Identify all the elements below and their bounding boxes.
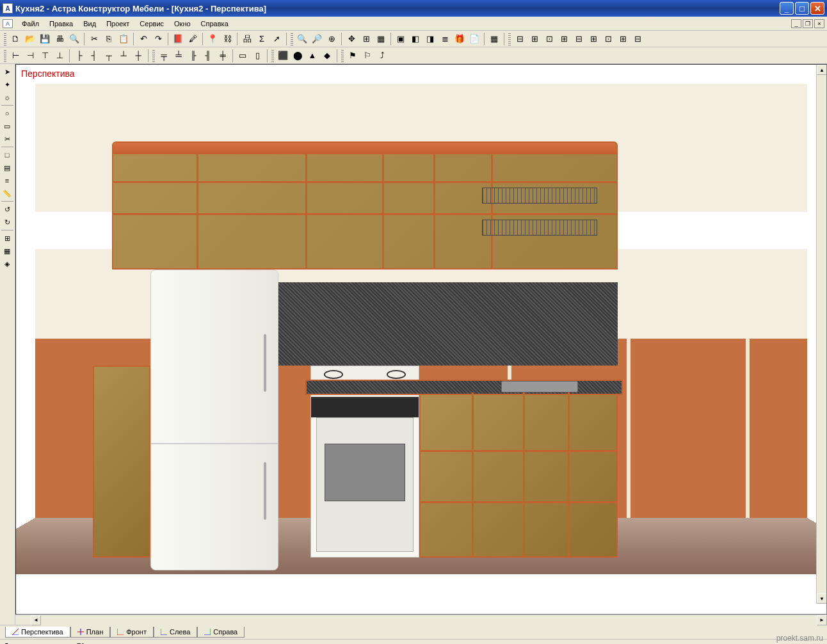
circle-tool-button[interactable]: ○: [0, 107, 14, 120]
horizontal-scrollbar[interactable]: ◄ ►: [15, 615, 827, 625]
link-button[interactable]: ⛓: [220, 32, 234, 46]
toolbar-handle[interactable]: [508, 33, 511, 45]
layout-2-button[interactable]: ⊞: [527, 32, 542, 46]
layout-1-button[interactable]: ⊟: [513, 32, 527, 46]
tab-left[interactable]: Слева: [154, 627, 197, 638]
print-preview-button[interactable]: 🔍: [67, 32, 81, 46]
menu-view[interactable]: Вид: [78, 19, 101, 29]
tool-t6-button[interactable]: ┤: [87, 49, 101, 63]
align-a2-button[interactable]: ╧: [172, 49, 186, 63]
toolbar-handle[interactable]: [152, 49, 155, 62]
cut-button[interactable]: ✂: [87, 32, 101, 46]
menu-edit[interactable]: Правка: [44, 19, 78, 29]
wand-tool-button[interactable]: ✦: [0, 78, 14, 91]
solid-cylinder-button[interactable]: ⬤: [291, 49, 305, 63]
mdi-minimize-button[interactable]: _: [791, 19, 801, 28]
grid-snap-button[interactable]: ⊞: [0, 232, 14, 245]
cube1-button[interactable]: ▣: [394, 32, 408, 46]
layout-5-button[interactable]: ⊟: [572, 32, 586, 46]
center-button[interactable]: ⊞: [359, 32, 373, 46]
tab-plan[interactable]: План: [70, 627, 111, 638]
copy-button[interactable]: ⎘: [102, 32, 116, 46]
export-button[interactable]: ➚: [269, 32, 284, 46]
tool-t5-button[interactable]: ├: [72, 49, 86, 63]
materials-button[interactable]: 🎁: [453, 32, 467, 46]
tool-t1-button[interactable]: ⊢: [8, 49, 22, 63]
zoom-in-button[interactable]: 🔍: [295, 32, 309, 46]
zoom-out-button[interactable]: 🔎: [310, 32, 324, 46]
arrow-d3-button[interactable]: ⤴: [375, 49, 389, 63]
extents-button[interactable]: ▦: [374, 32, 388, 46]
mdi-close-button[interactable]: ×: [814, 19, 824, 28]
zoom-fit-button[interactable]: ⊕: [325, 32, 339, 46]
tool-t3-button[interactable]: ⊤: [38, 49, 52, 63]
scroll-left-button[interactable]: ◄: [31, 615, 41, 625]
menu-service[interactable]: Сервис: [134, 19, 169, 29]
panel-b2-button[interactable]: ▯: [250, 49, 264, 63]
cube3-button[interactable]: ◨: [423, 32, 437, 46]
scissors-tool-button[interactable]: ✂: [0, 133, 14, 145]
sum-button[interactable]: Σ: [255, 32, 269, 46]
picker-button[interactable]: 🖉: [186, 32, 200, 46]
pan-button[interactable]: ✥: [344, 32, 358, 46]
undo-button[interactable]: ↶: [136, 32, 150, 46]
close-button[interactable]: ✕: [810, 2, 824, 15]
align-a1-button[interactable]: ╤: [157, 49, 171, 63]
hatch-tool-button[interactable]: ▤: [0, 161, 14, 174]
toolbar-handle[interactable]: [4, 33, 6, 45]
rect-tool-button[interactable]: ▭: [0, 120, 14, 133]
tool-t2-button[interactable]: ⊣: [23, 49, 37, 63]
open-file-button[interactable]: 📂: [23, 32, 37, 46]
snap-button[interactable]: ▦: [487, 32, 501, 46]
layout-4-button[interactable]: ⊞: [557, 32, 571, 46]
rotate-ccw-button[interactable]: ↺: [0, 203, 14, 216]
scroll-down-button[interactable]: ▼: [817, 593, 827, 604]
solid-cube-button[interactable]: ⬛: [276, 49, 290, 63]
pin-button[interactable]: 📍: [205, 32, 220, 46]
scroll-up-button[interactable]: ▲: [817, 65, 827, 75]
tool-t8-button[interactable]: ┴: [116, 49, 131, 63]
scroll-right-button[interactable]: ►: [817, 615, 827, 625]
toolbar-handle[interactable]: [4, 49, 6, 62]
flag-d1-button[interactable]: ⚑: [346, 49, 360, 63]
toolbar-handle[interactable]: [341, 49, 344, 62]
grid2-button[interactable]: ▦: [0, 245, 14, 257]
mdi-restore-button[interactable]: ❐: [803, 19, 813, 28]
minimize-button[interactable]: _: [780, 2, 794, 15]
cursor-tool-button[interactable]: ➤: [0, 65, 14, 78]
tab-perspective[interactable]: Перспектива: [5, 627, 70, 638]
solid-cone-button[interactable]: ▲: [305, 49, 319, 63]
layout-8-button[interactable]: ⊞: [616, 32, 630, 46]
align-a3-button[interactable]: ╟: [186, 49, 200, 63]
tab-right[interactable]: Справа: [197, 627, 245, 638]
flag-d2-button[interactable]: ⚐: [360, 49, 374, 63]
layout-9-button[interactable]: ⊟: [630, 32, 645, 46]
cube2-button[interactable]: ◧: [408, 32, 422, 46]
solid-prism-button[interactable]: ◆: [320, 49, 334, 63]
maximize-button[interactable]: □: [795, 2, 809, 15]
paste-button[interactable]: 📋: [116, 32, 131, 46]
layout-3-button[interactable]: ⊡: [542, 32, 556, 46]
object-button[interactable]: ◈: [0, 257, 14, 270]
print-button[interactable]: 🖶: [52, 32, 67, 46]
layout-6-button[interactable]: ⊞: [586, 32, 600, 46]
notes-button[interactable]: 📄: [467, 32, 481, 46]
rotate-cw-button[interactable]: ↻: [0, 216, 14, 229]
square-tool-button[interactable]: □: [0, 149, 14, 161]
menu-help[interactable]: Справка: [196, 19, 234, 29]
tool-t4-button[interactable]: ⊥: [52, 49, 67, 63]
redo-button[interactable]: ↷: [151, 32, 165, 46]
menu-project[interactable]: Проект: [101, 19, 134, 29]
ruler-tool-button[interactable]: 📏: [0, 187, 14, 200]
save-button[interactable]: 💾: [38, 32, 52, 46]
tab-front[interactable]: Фронт: [110, 627, 154, 638]
new-file-button[interactable]: 🗋: [8, 32, 22, 46]
align-a4-button[interactable]: ╢: [201, 49, 215, 63]
light-tool-button[interactable]: ☼: [0, 91, 14, 104]
align-a5-button[interactable]: ╪: [216, 49, 230, 63]
layers-button[interactable]: ≣: [438, 32, 452, 46]
catalog-button[interactable]: 📕: [171, 32, 185, 46]
tool-t7-button[interactable]: ┬: [102, 49, 116, 63]
tool-t9-button[interactable]: ┼: [131, 49, 145, 63]
lines-tool-button[interactable]: ≡: [0, 174, 14, 187]
